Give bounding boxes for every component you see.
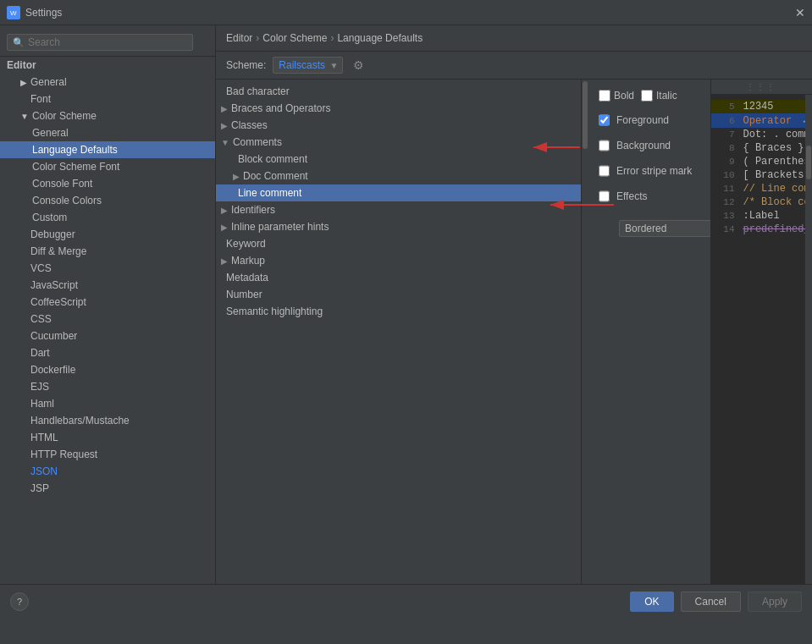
- sidebar-item-json[interactable]: JSON: [0, 463, 215, 480]
- scheme-row: Scheme: Railscasts Default Darcula Monok…: [216, 52, 812, 80]
- breadcrumb-lang-defaults: Language Defaults: [337, 32, 423, 44]
- tree-item-label: Bad character: [226, 85, 290, 97]
- tree-item-metadata[interactable]: Metadata: [216, 269, 581, 286]
- tree-item-label: Inline parameter hints: [231, 221, 329, 233]
- line-number: 7: [711, 129, 735, 140]
- sidebar-item-ejs[interactable]: EJS: [0, 378, 215, 395]
- tree-panel: Bad character ▶ Braces and Operators ▶ C…: [216, 80, 582, 584]
- effects-dropdown-wrap: Bordered Underline Bold underline Wave u…: [619, 220, 711, 237]
- search-bar: 🔍: [0, 29, 215, 57]
- line-number: 12: [711, 197, 735, 207]
- error-stripe-checkbox[interactable]: [599, 165, 610, 177]
- tree-item-doc-comment[interactable]: ▶ Doc Comment: [216, 168, 581, 184]
- code-content: [ Brackets ]: [743, 169, 813, 181]
- sidebar-item-font[interactable]: Font: [0, 91, 215, 107]
- effects-checkbox[interactable]: [599, 190, 610, 202]
- sidebar-item-language-defaults[interactable]: Language Defaults: [0, 141, 215, 158]
- tree-item-label: Markup: [231, 255, 265, 267]
- search-input[interactable]: [28, 36, 180, 48]
- sidebar-editor-label: Editor: [7, 59, 36, 71]
- sidebar-item-html[interactable]: HTML: [0, 429, 215, 446]
- line-number: 13: [711, 211, 735, 221]
- help-button[interactable]: ?: [10, 592, 29, 611]
- tree-item-bad-char[interactable]: Bad character: [216, 83, 581, 100]
- sidebar-item-vcs[interactable]: VCS: [0, 260, 215, 277]
- bold-checkbox-label[interactable]: Bold: [599, 90, 634, 102]
- tree-item-label: Number: [226, 289, 262, 300]
- sidebar-item-css[interactable]: CSS: [0, 311, 215, 328]
- sidebar-item-diff-merge[interactable]: Diff & Merge: [0, 243, 215, 260]
- tree-item-inline-param[interactable]: ▶ Inline parameter hints: [216, 218, 581, 235]
- sidebar: 🔍 Editor ▶ General Font ▼ Color Scheme: [0, 25, 216, 584]
- gear-icon[interactable]: ⚙: [353, 58, 364, 72]
- code-line-12: 12 /* Block comment */: [711, 195, 813, 209]
- divider-dots: ⋮⋮⋮: [746, 82, 776, 91]
- sidebar-item-console-font[interactable]: Console Font: [0, 175, 215, 192]
- bold-checkbox[interactable]: [599, 90, 610, 102]
- tree-item-block-comment[interactable]: Block comment: [216, 151, 581, 168]
- sidebar-item-cucumber[interactable]: Cucumber: [0, 328, 215, 344]
- props-panel: Bold Italic Foreground BC9458: [588, 80, 711, 584]
- tree-item-identifiers[interactable]: ▶ Identifiers: [216, 201, 581, 218]
- foreground-label: Foreground: [616, 114, 710, 126]
- sidebar-item-handlebars[interactable]: Handlebars/Mustache: [0, 412, 215, 429]
- sidebar-item-haml[interactable]: Haml: [0, 395, 215, 412]
- italic-checkbox[interactable]: [641, 90, 653, 102]
- code-content: 12345: [743, 101, 774, 113]
- code-line-14: 14 predefined_symbol(): [711, 223, 813, 236]
- arrow-icon: ▶: [221, 256, 228, 266]
- effects-row: Effects: [599, 188, 700, 205]
- sidebar-item-debugger[interactable]: Debugger: [0, 226, 215, 243]
- foreground-row: Foreground BC9458: [599, 112, 700, 129]
- cancel-button[interactable]: Cancel: [681, 592, 741, 612]
- effects-label: Effects: [616, 190, 710, 202]
- search-icon: 🔍: [13, 37, 25, 48]
- code-line-7: 7 Dot: . comma: , semicolon: ;: [711, 128, 813, 141]
- sidebar-item-color-scheme-font[interactable]: Color Scheme Font: [0, 158, 215, 175]
- line-number: 14: [711, 224, 735, 234]
- close-button[interactable]: ✕: [795, 6, 805, 19]
- tree-item-number[interactable]: Number: [216, 286, 581, 303]
- background-row: Background: [599, 137, 700, 154]
- sidebar-item-general[interactable]: ▶ General: [0, 74, 215, 91]
- code-content: { Braces }: [743, 142, 804, 154]
- ok-button[interactable]: OK: [630, 592, 673, 612]
- sidebar-item-cs-general[interactable]: General: [0, 124, 215, 141]
- background-checkbox[interactable]: [599, 140, 610, 151]
- sidebar-item-jsp[interactable]: JSP: [0, 480, 215, 497]
- window-title: Settings: [25, 7, 62, 19]
- bottom-bar: ? OK Cancel Apply: [0, 584, 812, 619]
- tree-item-braces-ops[interactable]: ▶ Braces and Operators: [216, 100, 581, 117]
- effects-dropdown[interactable]: Bordered Underline Bold underline Wave u…: [619, 220, 711, 237]
- sidebar-item-javascript[interactable]: JavaScript: [0, 277, 215, 294]
- tree-item-classes[interactable]: ▶ Classes: [216, 117, 581, 134]
- code-content: /* Block comment */: [743, 196, 813, 208]
- apply-button[interactable]: Apply: [748, 592, 802, 612]
- italic-checkbox-label[interactable]: Italic: [641, 90, 677, 102]
- tree-item-label: Line comment: [238, 187, 301, 199]
- tree-item-label: Semantic highlighting: [226, 305, 323, 317]
- tree-item-label: Classes: [231, 119, 268, 131]
- tree-item-semantic[interactable]: Semantic highlighting: [216, 303, 581, 320]
- tree-item-comments[interactable]: ▼ Comments: [216, 134, 581, 151]
- sidebar-item-console-colors[interactable]: Console Colors: [0, 192, 215, 209]
- scheme-label: Scheme:: [226, 59, 266, 71]
- foreground-checkbox[interactable]: [599, 114, 610, 126]
- scheme-select[interactable]: Railscasts Default Darcula Monokai: [273, 57, 343, 74]
- tree-item-keyword[interactable]: Keyword: [216, 235, 581, 252]
- sidebar-item-http-request[interactable]: HTTP Request: [0, 446, 215, 463]
- sidebar-item-custom[interactable]: Custom: [0, 209, 215, 226]
- sidebar-item-color-scheme[interactable]: ▼ Color Scheme: [0, 107, 215, 124]
- code-line-13: 13 :Label: [711, 209, 813, 223]
- arrow-icon: ▶: [221, 121, 228, 130]
- sidebar-item-dockerfile[interactable]: Dockerfile: [0, 361, 215, 378]
- tree-item-markup[interactable]: ▶ Markup: [216, 252, 581, 269]
- arrow-icon: ▼: [221, 138, 229, 147]
- scheme-select-wrap: Railscasts Default Darcula Monokai ▼: [273, 57, 343, 74]
- sidebar-item-coffeescript[interactable]: CoffeeScript: [0, 294, 215, 311]
- arrow-icon: ▶: [221, 223, 228, 232]
- sidebar-item-dart[interactable]: Dart: [0, 344, 215, 361]
- breadcrumb-color-scheme: Color Scheme: [262, 32, 327, 44]
- tree-item-label: Metadata: [226, 272, 268, 283]
- tree-item-line-comment[interactable]: Line comment: [216, 184, 581, 201]
